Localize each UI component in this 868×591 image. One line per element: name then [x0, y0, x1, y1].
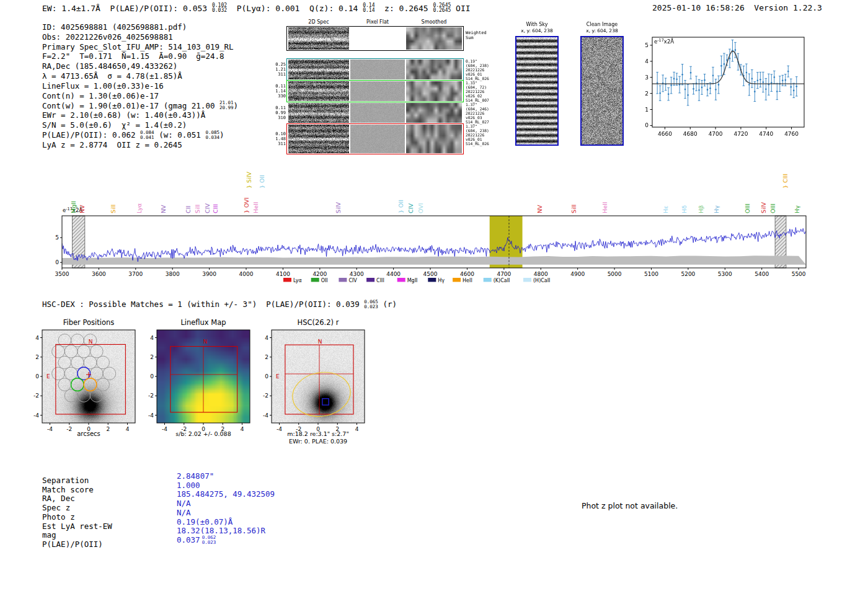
cutout-row-stats-row3: 0.11 1.14 330: [271, 84, 286, 99]
svg-text:-2: -2: [148, 393, 154, 399]
with-sky-cutout: [516, 37, 557, 144]
hsc-r-caption1: m:18.2 re:3.1" s:2.7": [256, 430, 380, 437]
emission-line-label-hγ: Hγ: [713, 205, 720, 213]
svg-text:4300: 4300: [350, 271, 364, 277]
match-value-est-lya-rest-ew: 0.19(±0.07)Å: [177, 517, 232, 527]
info-lineflux: LineFlux = 1.00(±0.33)e-16: [42, 81, 238, 91]
east-label: E: [46, 373, 50, 380]
hsc-plae-range: 0.0650.023: [364, 300, 378, 309]
legend-swatch: [283, 278, 291, 282]
svg-text:-2: -2: [263, 393, 268, 399]
elixer-report-page: { "colors": { "value_blue": "#2424cc", "…: [0, 0, 868, 591]
north-label: N: [203, 339, 208, 345]
fiber-positions-plot: -4-4-2-2002244NE: [22, 324, 149, 435]
north-label: N: [89, 339, 93, 345]
match-value-separation: 2.84807": [177, 471, 214, 481]
cutout-strip-2d-spec-row4: [288, 103, 349, 123]
match-label-est-lya-rest-ew: Est LyA rest-EW: [42, 522, 112, 531]
legend-swatch: [339, 278, 347, 282]
with-sky-coords: x, y: 604, 238: [506, 28, 568, 33]
emission-line-label-oiii: OIII: [769, 203, 776, 213]
info-radec: RA,Dec (185.484650,49.433262): [42, 61, 238, 71]
cutout-row-annotation-row3: 1.33" (604, 72) 20221226 v026_02 514_RL_…: [466, 81, 505, 102]
cutout-row-highlight-row2: [286, 58, 464, 81]
z-classification: OII: [451, 4, 470, 13]
with-sky-title: With Sky: [506, 22, 568, 27]
svg-text:3600: 3600: [92, 271, 106, 277]
match-value-range: 0.0620.023: [202, 535, 216, 545]
legend-label: CIV: [348, 278, 357, 283]
lineflux-map-plot: -4-4-2-2002244N: [137, 324, 264, 435]
hsc-r-title: HSC(26.2) r: [256, 318, 380, 327]
svg-text:0: 0: [150, 373, 154, 380]
info-id: ID: 4025698881 (4025698881.pdf): [42, 22, 238, 32]
info-cont-n: Cont(n) = 1.30(±0.06)e-17: [42, 91, 238, 101]
legend-label: (H)CaII: [533, 278, 550, 283]
emission-line-label-civ: CIV: [204, 203, 211, 213]
match-label-mag: mag: [42, 530, 56, 540]
emission-line-label-lyα: Lyα: [136, 203, 143, 213]
match-label-ra-dec: RA, Dec: [42, 494, 75, 503]
emission-line-label-ciii: CIII: [212, 204, 219, 213]
emission-line-label-nv: NV: [160, 205, 167, 213]
east-label: E: [276, 373, 280, 380]
svg-text:5: 5: [55, 234, 59, 241]
svg-text:4100: 4100: [276, 271, 290, 277]
clean-image-panel: [580, 36, 624, 146]
spectrum-error-band: [62, 256, 806, 265]
emission-line-label-ovi: OVI: [417, 203, 424, 213]
svg-text:-2: -2: [33, 393, 39, 399]
emission-line-label-cii: CII: [185, 206, 192, 213]
svg-text:5400: 5400: [755, 271, 769, 277]
legend-label: HeII: [463, 278, 472, 283]
svg-text:4800: 4800: [534, 271, 548, 277]
svg-text:2: 2: [35, 354, 39, 360]
match-value-mag: 18.32(18.13,18.56)R: [177, 526, 265, 535]
info-wavelength-sigma: λ = 4713.65Å σ = 4.78(±1.85)Å: [42, 71, 238, 81]
svg-text:4760: 4760: [784, 131, 799, 137]
svg-text:4: 4: [150, 335, 154, 341]
with-sky-panel: [515, 36, 559, 146]
svg-text:e-17x2Å: e-17x2Å: [654, 38, 674, 45]
emission-line-label-oii: } OII: [259, 175, 265, 189]
emission-line-label-siiv: SiIV: [760, 202, 767, 213]
svg-text:4200: 4200: [312, 271, 327, 277]
svg-text:1: 1: [645, 107, 649, 113]
cutout-row-highlight-row5: [286, 123, 464, 154]
match-value-photo-z: N/A: [177, 508, 191, 517]
svg-text:3900: 3900: [202, 271, 216, 277]
clean-image-cutout: [582, 37, 622, 144]
match-label-spec-z: Spec z: [42, 503, 70, 512]
svg-text:3700: 3700: [128, 271, 143, 277]
info-ewr: EWr = 2.10(±0.68) (w: 1.40(±0.43))Å: [42, 110, 238, 120]
svg-text:5: 5: [645, 42, 649, 48]
legend-swatch: [428, 278, 436, 282]
north-label: N: [318, 339, 322, 345]
svg-text:5200: 5200: [681, 271, 695, 277]
legend-label: (K)CaII: [494, 278, 510, 283]
svg-text:2: 2: [645, 91, 649, 97]
z-range: 0.26450.2645: [433, 3, 451, 14]
svg-text:4660: 4660: [658, 131, 672, 137]
cutout-row-stats-row4: 0.11 0.99 310: [271, 105, 286, 121]
svg-text:4: 4: [265, 335, 268, 341]
cutout-row-stats-row2: 0.25 1.21 311: [271, 62, 286, 78]
info-obs: Obs: 20221226v026_4025698881: [42, 32, 238, 42]
info-seeing: F=2.2" T=0.171 N̄=1.15 Ā=0.90 ḡ=24.8: [42, 51, 238, 61]
legend-label: MgII: [407, 278, 418, 283]
emission-line-label-hε: Hε: [662, 206, 669, 213]
legend-label: Hγ: [438, 278, 445, 283]
hsc-r-caption2: EWr: 0. PLAE: 0.039: [256, 438, 380, 445]
emission-line-label-oiii: OIII: [744, 203, 751, 213]
lineflux-map-title: Lineflux Map: [141, 318, 265, 327]
legend-swatch: [484, 278, 492, 282]
cutout-row-annotation-row5: 1.37" (604, 238) 20221226 v026_01 514_RL…: [466, 124, 505, 146]
fiber-positions-xlabel: arcsecs: [27, 430, 151, 437]
svg-text:2: 2: [265, 354, 268, 360]
match-value-ra-dec: 185.484275, 49.432509: [177, 489, 275, 499]
plya-value: P(Lyα): 0.001: [227, 4, 309, 13]
svg-text:4: 4: [35, 335, 39, 341]
cutout-strip-smoothed-row4: [406, 103, 462, 123]
info-redshifts: LyA z = 2.8774 OII z = 0.2645: [42, 140, 238, 150]
svg-text:4000: 4000: [239, 271, 254, 277]
